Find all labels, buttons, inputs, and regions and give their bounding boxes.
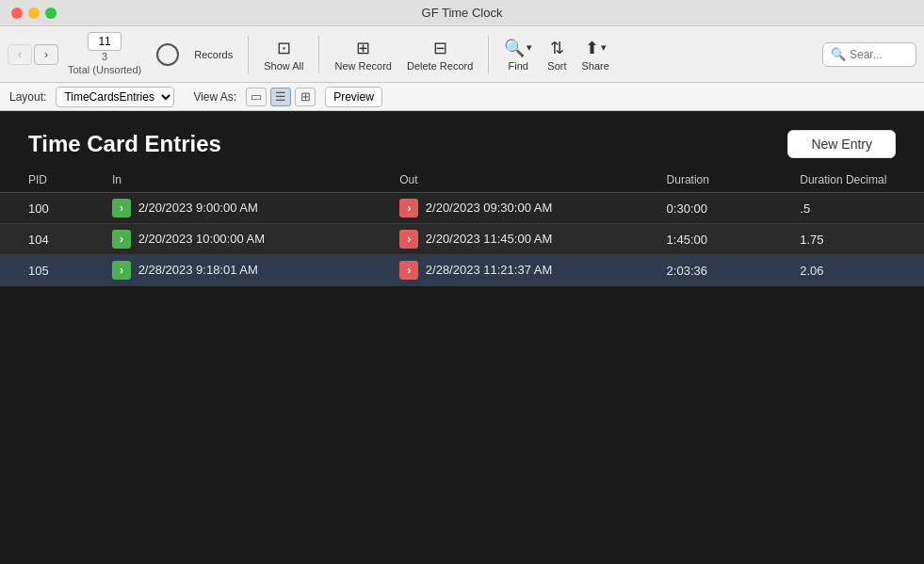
- col-header-duration-decimal: Duration Decimal: [790, 168, 924, 193]
- preview-button[interactable]: Preview: [325, 87, 382, 107]
- share-group[interactable]: ⬆ ▾ Share: [575, 38, 614, 72]
- find-dropdown-button[interactable]: ▾: [527, 41, 532, 54]
- cell-out: › 2/20/2023 11:45:00 AM: [390, 224, 657, 255]
- progress-ring-icon: [154, 41, 181, 68]
- cell-out: › 2/28/2023 11:21:37 AM: [390, 255, 657, 286]
- table-header-row: PID In Out Duration Duration Decimal: [0, 168, 924, 193]
- content-title: Time Card Entries: [28, 131, 221, 157]
- svg-point-1: [157, 44, 178, 65]
- delete-record-button[interactable]: ⊟: [433, 38, 447, 58]
- magnifier-icon: 🔍: [504, 38, 525, 58]
- minus-square-icon: ⊟: [433, 38, 447, 58]
- out-value: 2/20/2023 11:45:00 AM: [426, 232, 552, 246]
- share-dropdown-button[interactable]: ▾: [601, 41, 607, 54]
- view-single-icon-btn[interactable]: ▭: [246, 88, 267, 106]
- records-label: Records: [194, 49, 233, 60]
- col-header-pid: PID: [0, 168, 103, 193]
- layout-select[interactable]: TimeCardsEntries: [56, 87, 174, 107]
- table-row[interactable]: 104 › 2/20/2023 10:00:00 AM › 2/20/2023 …: [0, 224, 924, 255]
- in-value: 2/20/2023 9:00:00 AM: [138, 201, 258, 215]
- cell-duration: 0:30:00: [657, 193, 791, 224]
- share-chevron-icon: ▾: [601, 41, 607, 54]
- chevron-left-icon: ‹: [18, 48, 22, 61]
- sort-label: Sort: [547, 60, 566, 72]
- time-card-table: PID In Out Duration Duration Decimal 100…: [0, 168, 924, 286]
- in-value: 2/20/2023 10:00:00 AM: [138, 232, 265, 246]
- cell-pid: 104: [0, 224, 103, 255]
- close-button[interactable]: [11, 8, 23, 19]
- col-header-out: Out: [390, 168, 657, 193]
- find-group[interactable]: 🔍 ▾ Find: [498, 38, 538, 72]
- record-number-input[interactable]: [88, 32, 122, 51]
- cell-in: › 2/28/2023 9:18:01 AM: [103, 255, 390, 286]
- data-table: PID In Out Duration Duration Decimal 100…: [0, 168, 924, 564]
- share-label: Share: [581, 60, 608, 72]
- nav-forward-button[interactable]: ›: [34, 44, 58, 65]
- find-button[interactable]: 🔍: [504, 38, 525, 58]
- chevron-right-icon: ›: [44, 48, 48, 61]
- search-bar[interactable]: 🔍: [822, 42, 916, 67]
- content-header: Time Card Entries New Entry: [0, 111, 924, 168]
- sort-icon: ⇅: [550, 38, 564, 58]
- view-list-icon-btn[interactable]: ☰: [270, 88, 291, 106]
- new-record-button[interactable]: ⊞: [356, 38, 370, 58]
- cell-in: › 2/20/2023 9:00:00 AM: [103, 193, 390, 224]
- in-arrow-icon[interactable]: ›: [112, 261, 131, 280]
- out-value: 2/28/2023 11:21:37 AM: [426, 263, 552, 277]
- out-value: 2/20/2023 09:30:00 AM: [426, 201, 552, 215]
- col-header-in: In: [103, 168, 390, 193]
- out-arrow-icon[interactable]: ›: [399, 199, 418, 218]
- show-all-icon: ⊡: [277, 38, 291, 58]
- new-record-label: New Record: [334, 60, 392, 72]
- sep2: [318, 36, 319, 73]
- layout-label: Layout:: [9, 90, 46, 104]
- grid-view-icon: ⊞: [300, 89, 311, 104]
- cell-duration-decimal: .5: [790, 193, 924, 224]
- find-chevron-icon: ▾: [527, 41, 532, 54]
- cell-duration: 1:45:00: [657, 224, 791, 255]
- show-all-button[interactable]: ⊡: [277, 38, 291, 58]
- nav-controls: ‹ ›: [8, 44, 58, 65]
- delete-record-group[interactable]: ⊟ Delete Record: [401, 38, 478, 72]
- records-group: Records: [188, 49, 238, 60]
- in-arrow-icon[interactable]: ›: [112, 199, 131, 218]
- plus-square-icon: ⊞: [356, 38, 370, 58]
- cell-duration-decimal: 2.06: [790, 255, 924, 286]
- sort-group[interactable]: ⇅ Sort: [542, 38, 572, 72]
- new-record-group[interactable]: ⊞ New Record: [329, 38, 397, 72]
- nav-back-button[interactable]: ‹: [8, 44, 32, 65]
- show-all-group[interactable]: ⊡ Show All: [258, 38, 309, 72]
- col-header-duration: Duration: [657, 168, 791, 193]
- share-button[interactable]: ⬆: [585, 38, 599, 58]
- cell-duration: 2:03:36: [657, 255, 791, 286]
- single-view-icon: ▭: [251, 89, 262, 104]
- sort-button[interactable]: ⇅: [550, 38, 564, 58]
- search-input[interactable]: [850, 48, 924, 61]
- cell-out: › 2/20/2023 09:30:00 AM: [390, 193, 657, 224]
- cell-duration-decimal: 1.75: [790, 224, 924, 255]
- table-row[interactable]: 105 › 2/28/2023 9:18:01 AM › 2/28/2023 1…: [0, 255, 924, 286]
- view-as-label: View As:: [193, 90, 236, 104]
- layout-bar: Layout: TimeCardsEntries View As: ▭ ☰ ⊞ …: [0, 83, 924, 111]
- list-view-icon: ☰: [275, 89, 286, 104]
- in-arrow-icon[interactable]: ›: [112, 230, 131, 249]
- out-arrow-icon[interactable]: ›: [399, 261, 418, 280]
- view-grid-icon-btn[interactable]: ⊞: [295, 88, 316, 106]
- cell-pid: 105: [0, 255, 103, 286]
- toolbar: ‹ › 3 Total (Unsorted) Records ⊡ Show Al…: [0, 26, 924, 83]
- find-label: Find: [509, 60, 528, 72]
- table-row[interactable]: 100 › 2/20/2023 9:00:00 AM › 2/20/2023 0…: [0, 193, 924, 224]
- in-value: 2/28/2023 9:18:01 AM: [138, 263, 258, 277]
- new-entry-button[interactable]: New Entry: [787, 130, 896, 158]
- search-icon: 🔍: [831, 47, 846, 61]
- out-arrow-icon[interactable]: ›: [399, 230, 418, 249]
- minimize-button[interactable]: [28, 8, 40, 19]
- cell-in: › 2/20/2023 10:00:00 AM: [103, 224, 390, 255]
- window-buttons[interactable]: [11, 8, 57, 19]
- record-total-display: 3 Total (Unsorted): [68, 51, 141, 75]
- record-counter: 3 Total (Unsorted): [68, 32, 141, 75]
- title-bar: GF Time Clock: [0, 0, 924, 26]
- maximize-button[interactable]: [45, 8, 57, 19]
- main-content: Time Card Entries New Entry PID In Out D…: [0, 111, 924, 564]
- delete-record-label: Delete Record: [407, 60, 473, 72]
